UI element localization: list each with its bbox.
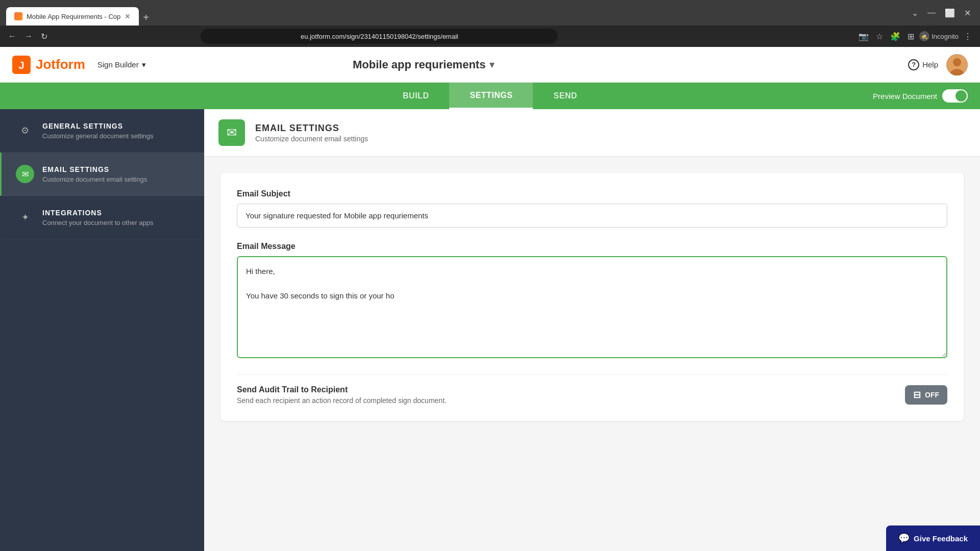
audit-trail-section: Send Audit Trail to Recipient Send each … <box>237 374 947 405</box>
sidebar-icon[interactable]: ⊞ <box>905 30 916 43</box>
sidebar-general-subtitle: Customize general document settings <box>42 132 154 140</box>
gear-icon: ⚙ <box>16 121 34 140</box>
email-settings-header: ✉ EMAIL SETTINGS Customize document emai… <box>204 109 980 157</box>
preview-label: Preview Document <box>873 92 937 101</box>
sidebar-item-general-settings[interactable]: ⚙ GENERAL SETTINGS Customize general doc… <box>0 109 204 153</box>
sidebar-integrations-text: INTEGRATIONS Connect your document to ot… <box>42 209 154 227</box>
preview-toggle-switch[interactable] <box>942 89 968 103</box>
main-layout: ⚙ GENERAL SETTINGS Customize general doc… <box>0 109 980 551</box>
email-message-label: Email Message <box>237 242 947 251</box>
extensions-icon[interactable]: 🧩 <box>888 30 902 43</box>
sidebar-integrations-subtitle: Connect your document to other apps <box>42 219 154 227</box>
sidebar-general-title: GENERAL SETTINGS <box>42 122 154 130</box>
logo-text: Jotform <box>36 57 85 72</box>
nav-tabs: BUILD SETTINGS SEND Preview Document <box>0 83 980 109</box>
camera-off-icon[interactable]: 📷 <box>856 30 871 43</box>
tab-build[interactable]: BUILD <box>382 83 449 109</box>
chevron-down-icon: ▾ <box>142 60 146 69</box>
star-icon[interactable]: ☆ <box>874 30 885 43</box>
incognito-button[interactable]: 🕵 Incognito <box>919 31 959 41</box>
chevron-down-icon[interactable]: ⌄ <box>909 6 921 20</box>
minimize-icon[interactable]: — <box>924 6 939 20</box>
sidebar-email-text: EMAIL SETTINGS Customize document email … <box>42 165 147 183</box>
address-input[interactable] <box>201 29 558 44</box>
audit-trail-subtitle: Send each recipient an action record of … <box>237 396 447 405</box>
email-icon: ✉ <box>16 165 34 183</box>
help-label: Help <box>922 60 938 69</box>
new-tab-button[interactable]: + <box>139 10 153 26</box>
sidebar-email-subtitle: Customize document email settings <box>42 176 147 183</box>
header-title: Mobile app requriements ▾ <box>353 58 494 71</box>
sidebar: ⚙ GENERAL SETTINGS Customize general doc… <box>0 109 204 551</box>
incognito-label: Incognito <box>932 33 959 40</box>
incognito-icon: 🕵 <box>919 31 929 41</box>
help-button[interactable]: ? Help <box>908 59 938 70</box>
email-subject-label: Email Subject <box>237 189 947 198</box>
audit-trail-text: Send Audit Trail to Recipient Send each … <box>237 385 447 405</box>
sign-builder-button[interactable]: Sign Builder ▾ <box>97 60 146 69</box>
email-subject-input[interactable] <box>237 204 947 228</box>
toolbar-icons: 📷 ☆ 🧩 ⊞ 🕵 Incognito ⋮ <box>856 30 974 43</box>
menu-icon[interactable]: ⋮ <box>962 30 974 43</box>
puzzle-icon: ✦ <box>16 208 34 227</box>
maximize-icon[interactable]: ⬜ <box>942 6 958 20</box>
give-feedback-label: Give Feedback <box>914 534 968 543</box>
jotform-logo-icon: J <box>12 56 31 74</box>
browser-chrome: Mobile App Requirements - Cop ✕ + ⌄ — ⬜ … <box>0 0 980 26</box>
preview-toggle-area: Preview Document <box>873 89 968 103</box>
document-title: Mobile app requriements <box>353 58 485 71</box>
email-header-icon: ✉ <box>218 119 245 146</box>
address-bar: ← → ↻ 📷 ☆ 🧩 ⊞ 🕵 Incognito ⋮ <box>0 26 980 47</box>
form-card: Email Subject Email Message Send Audit T… <box>220 173 964 421</box>
audit-trail-toggle[interactable]: ⊟ OFF <box>905 385 947 405</box>
forward-button[interactable]: → <box>22 30 35 43</box>
sidebar-item-integrations[interactable]: ✦ INTEGRATIONS Connect your document to … <box>0 196 204 239</box>
back-button[interactable]: ← <box>6 30 18 43</box>
window-controls: ⌄ — ⬜ ✕ <box>909 6 974 20</box>
audit-trail-title: Send Audit Trail to Recipient <box>237 385 447 394</box>
email-subject-group: Email Subject <box>237 189 947 228</box>
svg-point-3 <box>953 58 961 66</box>
toggle-off-icon: ⊟ <box>913 389 921 400</box>
toggle-off-label: OFF <box>925 391 939 399</box>
tab-settings[interactable]: SETTINGS <box>449 83 533 109</box>
sidebar-email-title: EMAIL SETTINGS <box>42 165 147 173</box>
sidebar-item-email-settings[interactable]: ✉ EMAIL SETTINGS Customize document emai… <box>0 153 204 196</box>
email-message-group: Email Message <box>237 242 947 360</box>
close-icon[interactable]: ✕ <box>961 6 974 20</box>
reload-button[interactable]: ↻ <box>39 30 50 43</box>
help-circle-icon: ? <box>908 59 919 70</box>
avatar-image <box>946 54 968 76</box>
avatar[interactable] <box>946 54 968 76</box>
sidebar-general-text: GENERAL SETTINGS Customize general docum… <box>42 122 154 140</box>
sidebar-integrations-title: INTEGRATIONS <box>42 209 154 217</box>
email-header-subtitle: Customize document email settings <box>255 135 368 143</box>
app-header: J Jotform Sign Builder ▾ Mobile app requ… <box>0 47 980 83</box>
active-tab[interactable]: Mobile App Requirements - Cop ✕ <box>6 7 139 26</box>
svg-text:J: J <box>18 60 24 71</box>
give-feedback-button[interactable]: 💬 Give Feedback <box>886 525 980 551</box>
tab-send[interactable]: SEND <box>533 83 597 109</box>
content-area: ✉ EMAIL SETTINGS Customize document emai… <box>204 109 980 551</box>
email-header-text: EMAIL SETTINGS Customize document email … <box>255 123 368 143</box>
email-header-title: EMAIL SETTINGS <box>255 123 368 134</box>
tab-close-button[interactable]: ✕ <box>125 12 131 20</box>
browser-tabs: Mobile App Requirements - Cop ✕ + <box>6 0 153 26</box>
tab-favicon <box>14 12 22 20</box>
email-message-textarea[interactable] <box>237 256 947 358</box>
sign-builder-label: Sign Builder <box>97 60 139 69</box>
feedback-icon: 💬 <box>898 533 910 544</box>
title-chevron-icon[interactable]: ▾ <box>489 59 494 70</box>
form-content: Email Subject Email Message Send Audit T… <box>204 157 980 437</box>
toggle-thumb <box>955 90 967 102</box>
logo-area: J Jotform <box>12 56 85 74</box>
tab-title: Mobile App Requirements - Cop <box>27 13 120 20</box>
